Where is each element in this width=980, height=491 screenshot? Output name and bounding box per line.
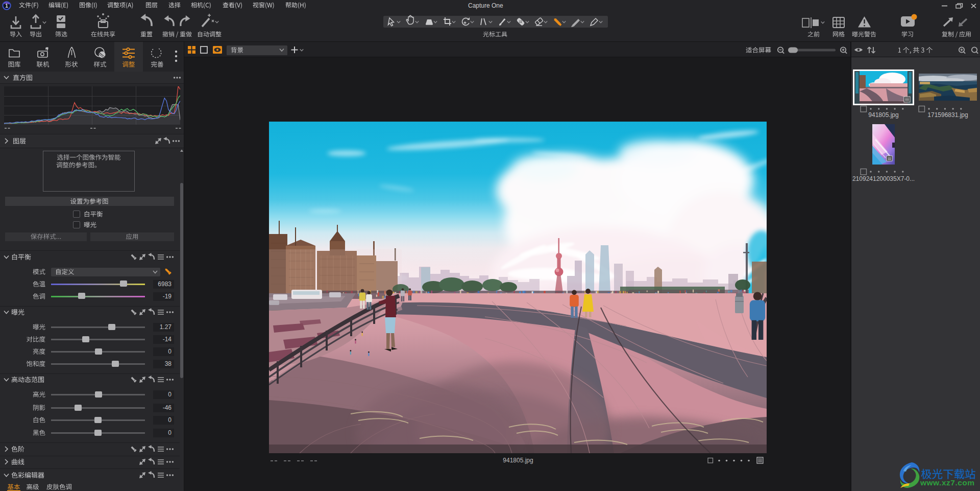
svg-text:1: 1 [5, 3, 8, 9]
